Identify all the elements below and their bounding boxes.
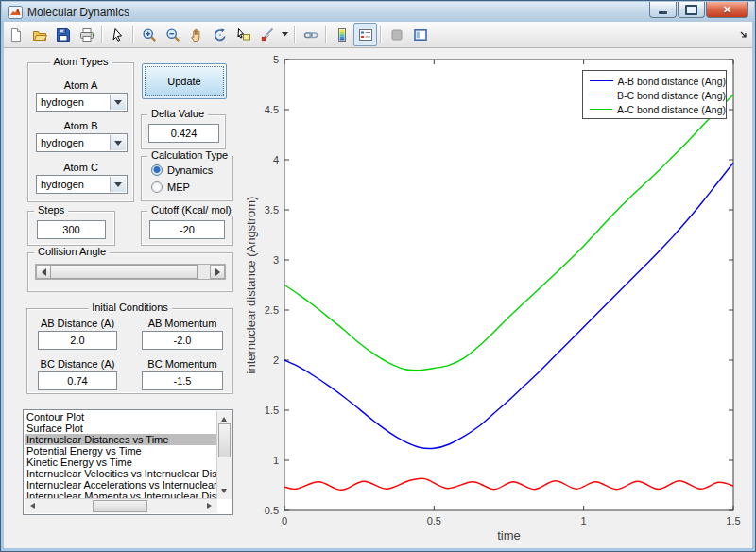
x-tick-label: 1.5 [726,515,740,526]
hscroll-thumb[interactable] [93,500,147,512]
edit-plot-button[interactable] [106,23,129,46]
titlebar[interactable]: Molecular Dynamics ✕ [2,2,754,22]
legend-line-swatch [590,109,612,110]
new-figure-button[interactable] [4,23,27,46]
cutoff-panel: Cutoff (Kcal/ mol) [141,211,233,246]
matlab-figure-icon [8,5,23,20]
vscroll-thumb[interactable] [218,423,231,457]
print-button[interactable] [75,23,98,46]
legend-icon [358,27,373,43]
data-cursor-button[interactable] [232,23,255,46]
minimize-button[interactable] [649,2,677,18]
plot-legend[interactable]: A-B bond distance (Ang)B-C bond distance… [582,70,727,119]
y-tick-label: 3.5 [265,204,279,216]
atom-a-select[interactable]: hydrogen [36,93,128,112]
steps-panel: Steps [27,211,115,246]
legend-entry: A-C bond distance (Ang) [583,102,726,116]
plot-type-listbox[interactable]: Contour PlotSurface PlotInternuclear Dis… [23,409,233,515]
update-button[interactable]: Update [142,63,227,99]
list-item[interactable]: Internuclear Accelerations vs Internucle… [25,479,217,491]
listbox-items: Contour PlotSurface PlotInternuclear Dis… [25,411,217,499]
panel-title: Delta Value [147,108,208,119]
list-item[interactable]: Internuclear Distances vs Time [25,434,217,445]
close-button[interactable]: ✕ [706,2,748,18]
delta-value-input[interactable] [148,124,219,143]
toolbar-separator [325,26,327,43]
save-icon [56,27,71,43]
pan-button[interactable] [184,23,208,46]
axes-plot: 00.511.50.511.522.533.544.55timeinternuc… [237,50,755,549]
panel-title: Cutoff (Kcal/ mol) [147,204,235,216]
list-item[interactable]: Potential Energy vs Time [25,445,217,457]
dynamics-radio-row[interactable]: Dynamics [151,164,213,176]
maximize-icon [685,5,697,15]
atom-c-select[interactable]: hydrogen [36,175,128,194]
legend-label: A-B bond distance (Ang) [618,76,726,87]
slider-left-arrow[interactable] [36,265,51,279]
list-item[interactable]: Contour Plot [25,411,217,423]
ab-distance-input[interactable] [38,331,117,350]
legend-label: B-C bond distance (Ang) [617,90,726,101]
dynamics-radio[interactable] [151,164,163,176]
scroll-down-icon [221,489,227,496]
y-tick-label: 3 [273,254,279,266]
slider-thumb[interactable] [50,265,198,279]
panel-title: Calculation Type [147,149,232,161]
steps-input[interactable] [37,220,106,239]
maximize-button[interactable] [678,2,705,18]
y-tick-label: 5 [273,54,279,65]
insert-colorbar-button[interactable] [330,23,353,46]
window: Molecular Dynamics ✕ [0,0,756,552]
brush-data-button[interactable] [255,23,279,46]
panel-title: Collision Angle [34,246,110,257]
open-file-button[interactable] [27,23,51,46]
save-button[interactable] [51,23,75,46]
right-arrow-icon [215,268,224,276]
listbox-vscrollbar[interactable] [216,411,232,499]
figure-toolbar [4,22,752,48]
data-cursor-icon [236,27,251,43]
mep-radio-row[interactable]: MEP [151,181,190,193]
toolbar-separator [294,26,296,43]
toolbar-separator [132,26,134,43]
legend-label: A-C bond distance (Ang) [617,104,726,115]
new-document-icon [9,27,24,43]
list-item[interactable]: Internuclear Velocities vs Internuclear … [25,468,217,479]
list-item[interactable]: Kinetic Energy vs Time [25,457,217,468]
show-plot-tools-button[interactable] [408,23,432,46]
chevron-down-icon [282,32,289,37]
legend-line-swatch [590,95,612,95]
rotate-3d-button[interactable] [208,23,232,46]
zoom-in-button[interactable] [137,23,161,46]
link-plot-button[interactable] [299,23,322,46]
dropdown-arrow-icon[interactable] [110,95,126,110]
dropdown-arrow-icon[interactable] [110,177,126,192]
bc-distance-input[interactable] [38,371,117,390]
x-tick-label: 1 [581,515,587,526]
hide-plot-tools-button[interactable] [385,23,408,46]
dropdown-arrow-icon[interactable] [110,135,126,150]
brush-dropdown-button[interactable] [279,23,291,46]
y-tick-label: 1 [273,455,279,466]
listbox-hscrollbar[interactable] [25,498,217,513]
y-tick-label: 0.5 [265,505,279,516]
atom-b-label: Atom B [28,120,133,131]
slider-right-arrow[interactable] [210,265,225,279]
zoom-in-icon [142,27,157,43]
mep-radio[interactable] [151,181,163,193]
bc-momentum-input[interactable] [142,371,223,390]
calculation-type-panel: Calculation Type Dynamics MEP [141,156,233,201]
collision-angle-slider[interactable] [35,264,226,280]
ab-momentum-input[interactable] [142,331,223,350]
cutoff-input[interactable] [149,220,225,239]
toolbar-overflow-button[interactable] [737,23,749,46]
list-item[interactable]: Surface Plot [25,423,217,434]
y-tick-label: 2.5 [265,304,279,316]
atom-b-select[interactable]: hydrogen [36,133,128,152]
print-icon [79,27,94,43]
panel-title: Steps [34,204,68,216]
bc-distance-label: BC Distance (A) [38,358,117,370]
scroll-left-icon [27,503,35,509]
insert-legend-button[interactable] [353,23,377,46]
zoom-out-button[interactable] [161,23,184,46]
